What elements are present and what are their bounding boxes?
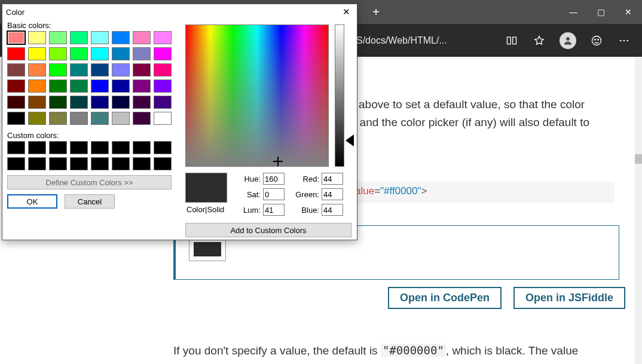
basic-color-swatch[interactable] bbox=[70, 96, 88, 109]
basic-color-swatch[interactable] bbox=[7, 79, 25, 93]
green-input[interactable] bbox=[322, 188, 343, 200]
basic-color-swatch[interactable] bbox=[133, 112, 151, 125]
color-input-control[interactable] bbox=[189, 237, 226, 261]
basic-color-swatch[interactable] bbox=[154, 112, 172, 125]
basic-color-swatch[interactable] bbox=[7, 112, 25, 125]
hue-input[interactable] bbox=[263, 173, 285, 185]
custom-color-swatch[interactable] bbox=[7, 141, 25, 154]
hue-label: Hue: bbox=[234, 175, 263, 183]
basic-color-swatch[interactable] bbox=[91, 63, 109, 77]
custom-color-swatch[interactable] bbox=[112, 141, 130, 154]
basic-color-swatch[interactable] bbox=[70, 31, 88, 44]
basic-color-swatch[interactable] bbox=[112, 63, 130, 77]
basic-color-swatch[interactable] bbox=[7, 96, 25, 109]
basic-color-swatch[interactable] bbox=[91, 112, 109, 125]
basic-color-swatch[interactable] bbox=[28, 112, 46, 125]
settings-more-icon[interactable] bbox=[617, 33, 631, 48]
basic-color-swatch[interactable] bbox=[154, 47, 172, 60]
custom-color-swatch[interactable] bbox=[28, 141, 46, 154]
custom-color-swatch[interactable] bbox=[154, 157, 172, 170]
basic-color-swatch[interactable] bbox=[112, 31, 130, 44]
define-custom-colors-button[interactable]: Define Custom Colors >> bbox=[7, 175, 172, 189]
basic-color-swatch[interactable] bbox=[91, 96, 109, 109]
basic-color-swatch[interactable] bbox=[49, 63, 67, 77]
custom-color-swatch[interactable] bbox=[91, 141, 109, 154]
custom-color-swatch[interactable] bbox=[112, 157, 130, 170]
basic-color-swatch[interactable] bbox=[49, 47, 67, 60]
basic-color-swatch[interactable] bbox=[133, 96, 151, 109]
page-scrollbar-track[interactable] bbox=[635, 57, 642, 364]
basic-color-swatch[interactable] bbox=[28, 31, 46, 44]
basic-color-swatch[interactable] bbox=[112, 47, 130, 60]
maximize-button[interactable]: ▢ bbox=[587, 0, 615, 24]
luminance-strip[interactable] bbox=[335, 25, 344, 167]
basic-color-swatch[interactable] bbox=[49, 79, 67, 93]
basic-color-swatch[interactable] bbox=[28, 79, 46, 93]
feedback-smiley-icon[interactable] bbox=[589, 33, 604, 48]
lum-label: Lum: bbox=[234, 206, 263, 215]
dialog-close-button[interactable]: ✕ bbox=[339, 5, 353, 19]
basic-color-swatch[interactable] bbox=[91, 47, 109, 60]
blue-input[interactable] bbox=[322, 204, 343, 216]
lum-input[interactable] bbox=[263, 204, 285, 216]
color-input-swatch bbox=[194, 242, 221, 256]
basic-color-swatch[interactable] bbox=[49, 31, 67, 44]
basic-color-swatch[interactable] bbox=[133, 63, 151, 77]
custom-color-swatch[interactable] bbox=[7, 157, 25, 170]
custom-color-swatch[interactable] bbox=[70, 141, 88, 154]
basic-color-swatch[interactable] bbox=[7, 47, 25, 60]
basic-color-swatch[interactable] bbox=[112, 79, 130, 93]
basic-color-swatch[interactable] bbox=[28, 47, 46, 60]
basic-color-swatch[interactable] bbox=[7, 63, 25, 77]
basic-color-swatch[interactable] bbox=[28, 96, 46, 109]
url-text[interactable]: S/docs/Web/HTML/... bbox=[356, 35, 447, 46]
custom-color-swatch[interactable] bbox=[28, 157, 46, 170]
color-dialog: Color ✕ Basic colors: Custom colors: Def… bbox=[2, 4, 357, 240]
basic-color-swatch[interactable] bbox=[133, 79, 151, 93]
page-scrollbar-thumb[interactable] bbox=[635, 154, 642, 164]
custom-color-swatch[interactable] bbox=[133, 157, 151, 170]
basic-color-swatch[interactable] bbox=[154, 79, 172, 93]
favorite-icon[interactable] bbox=[532, 33, 546, 48]
basic-color-swatch[interactable] bbox=[70, 63, 88, 77]
hue-sat-gradient[interactable] bbox=[185, 25, 329, 167]
ok-button[interactable]: OK bbox=[7, 194, 57, 209]
basic-color-swatch[interactable] bbox=[133, 47, 151, 60]
custom-color-swatch[interactable] bbox=[49, 157, 67, 170]
basic-color-swatch[interactable] bbox=[133, 31, 151, 44]
basic-color-swatch[interactable] bbox=[154, 31, 172, 44]
new-tab-button[interactable]: + bbox=[368, 4, 384, 20]
cancel-button[interactable]: Cancel bbox=[65, 194, 115, 209]
basic-color-swatch[interactable] bbox=[154, 96, 172, 109]
basic-color-swatch[interactable] bbox=[154, 63, 172, 77]
minimize-button[interactable]: — bbox=[560, 0, 587, 24]
basic-color-swatch[interactable] bbox=[91, 31, 109, 44]
paragraph-line: above to set a default value, so that th… bbox=[359, 96, 585, 113]
custom-color-swatch[interactable] bbox=[154, 141, 172, 154]
basic-color-swatch[interactable] bbox=[7, 31, 25, 44]
custom-color-swatch[interactable] bbox=[70, 157, 88, 170]
basic-color-swatch[interactable] bbox=[49, 96, 67, 109]
custom-color-swatch[interactable] bbox=[49, 141, 67, 154]
basic-color-swatch[interactable] bbox=[70, 47, 88, 60]
custom-color-swatch[interactable] bbox=[91, 157, 109, 170]
window-close-button[interactable]: ✕ bbox=[615, 0, 642, 24]
red-input[interactable] bbox=[322, 173, 343, 185]
basic-color-swatch[interactable] bbox=[70, 112, 88, 125]
basic-color-swatch[interactable] bbox=[49, 112, 67, 125]
inline-code: "#000000" bbox=[381, 344, 446, 357]
open-codepen-button[interactable]: Open in CodePen bbox=[388, 287, 502, 309]
gradient-crosshair-icon[interactable] bbox=[274, 158, 282, 165]
sat-input[interactable] bbox=[263, 188, 285, 200]
reading-view-icon[interactable] bbox=[505, 33, 519, 48]
luminance-slider-arrow-icon[interactable] bbox=[346, 134, 354, 146]
basic-color-swatch[interactable] bbox=[112, 112, 130, 125]
profile-avatar-icon[interactable] bbox=[560, 32, 576, 49]
basic-color-swatch[interactable] bbox=[70, 79, 88, 93]
custom-color-swatch[interactable] bbox=[133, 141, 151, 154]
open-jsfiddle-button[interactable]: Open in JSFiddle bbox=[513, 287, 625, 309]
basic-color-swatch[interactable] bbox=[112, 96, 130, 109]
basic-color-swatch[interactable] bbox=[28, 63, 46, 77]
basic-color-swatch[interactable] bbox=[91, 79, 109, 93]
add-to-custom-colors-button[interactable]: Add to Custom Colors bbox=[185, 223, 351, 237]
